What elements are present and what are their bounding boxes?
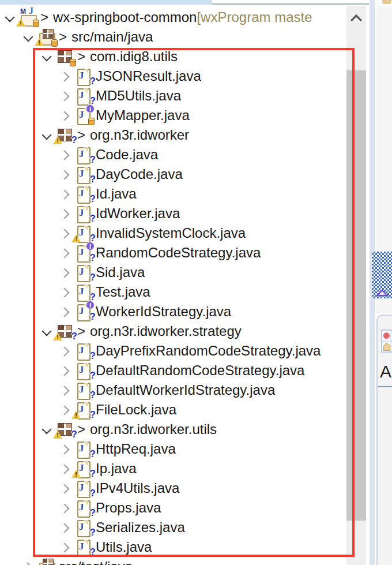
chevron-collapsed-icon[interactable] <box>59 400 71 420</box>
tree-item-label[interactable]: Id.java <box>96 186 137 202</box>
editor-tab-label[interactable]: Ap <box>380 362 392 381</box>
tree-row[interactable]: !? > org.n3r.idworker <box>0 125 369 145</box>
tree-row[interactable]: J ? HttpReq.java <box>0 439 369 459</box>
tree-row[interactable]: J ? Id.java <box>0 184 369 204</box>
tree-row[interactable]: J ? IdWorker.java <box>0 204 369 223</box>
tree-row[interactable]: J I? WorkerIdStrategy.java <box>0 302 369 321</box>
tree-item-label[interactable]: DefaultRandomCodeStrategy.java <box>96 362 304 379</box>
chevron-collapsed-icon[interactable] <box>59 537 71 557</box>
chevron-expanded-icon[interactable] <box>3 8 16 27</box>
icon-glyph: J <box>79 502 84 513</box>
tree-row[interactable]: M J ! > wx-springboot-common [wxProgram … <box>0 8 369 27</box>
tree-row[interactable]: > com.idig8.utils <box>0 47 369 66</box>
tree-item-label[interactable]: src/test/java <box>59 559 133 565</box>
tree-item-label[interactable]: HttpReq.java <box>96 441 176 457</box>
tree-item-label[interactable]: Props.java <box>96 500 161 516</box>
tree-row[interactable]: J ? DefaultRandomCodeStrategy.java <box>0 361 369 380</box>
chevron-collapsed-icon[interactable] <box>59 263 71 282</box>
triangle-marker-icon <box>375 289 389 297</box>
tree-item-label[interactable]: org.n3r.idworker.strategy <box>90 323 242 339</box>
chevron-collapsed-icon[interactable] <box>22 557 35 565</box>
tree-item-label[interactable]: src/main/java <box>71 29 153 45</box>
scrollbar-up-arrow-icon[interactable] <box>346 9 366 25</box>
chevron-collapsed-icon[interactable] <box>59 184 71 204</box>
tree-item-label[interactable]: Code.java <box>96 147 158 163</box>
tree-row[interactable]: J ? Sid.java <box>0 263 369 282</box>
tree-row[interactable]: J I? RandomCodeStrategy.java <box>0 243 369 263</box>
chevron-collapsed-icon[interactable] <box>59 380 71 400</box>
tree-row[interactable]: J ? MD5Utils.java <box>0 86 369 106</box>
chevron-collapsed-icon[interactable] <box>59 223 71 243</box>
tree-row[interactable]: J ? DefaultWorkerIdStrategy.java <box>0 380 369 400</box>
icon-glyph: J <box>79 109 84 121</box>
tree-row[interactable]: J ? Props.java <box>0 498 369 518</box>
tree-item-label[interactable]: DayCode.java <box>96 166 183 182</box>
tree-row[interactable]: J ? IPv4Utils.java <box>0 478 369 498</box>
tree-item-label[interactable]: Utils.java <box>96 539 152 555</box>
tree-row[interactable]: J !? Ip.java <box>0 459 369 478</box>
tree-item-label[interactable]: IPv4Utils.java <box>96 480 179 496</box>
chevron-collapsed-icon[interactable] <box>59 204 71 223</box>
scrollbar-thumb[interactable] <box>346 70 366 521</box>
question-overlay-icon: ? <box>90 213 96 224</box>
chevron-expanded-icon[interactable] <box>22 27 35 47</box>
tree-item-label[interactable]: MD5Utils.java <box>96 88 181 104</box>
tree-row[interactable]: J !? FileLock.java <box>0 400 369 420</box>
chevron-collapsed-icon[interactable] <box>59 302 71 321</box>
chevron-collapsed-icon[interactable] <box>59 498 71 518</box>
chevron-collapsed-icon[interactable] <box>59 439 71 459</box>
tree-item-label[interactable]: Serializes.java <box>96 519 185 536</box>
tree-item-label[interactable]: org.n3r.idworker.utils <box>90 421 217 437</box>
tree-item-label[interactable]: DefaultWorkerIdStrategy.java <box>96 382 275 398</box>
chevron-collapsed-icon[interactable] <box>59 86 71 106</box>
chevron-collapsed-icon[interactable] <box>59 361 71 380</box>
chevron-expanded-icon[interactable] <box>40 125 53 145</box>
tree-item-label[interactable]: com.idig8.utils <box>90 48 178 65</box>
tree-row[interactable]: ! > src/main/java <box>0 27 369 47</box>
chevron-collapsed-icon[interactable] <box>59 518 71 537</box>
tree-row[interactable]: J ? Utils.java <box>0 537 369 557</box>
barrel-overlay-icon <box>33 20 39 27</box>
tree-row[interactable]: J ? DayCode.java <box>0 164 369 184</box>
chevron-collapsed-icon[interactable] <box>59 459 71 478</box>
tree-item-label[interactable]: IdWorker.java <box>96 205 180 222</box>
tree-item-label[interactable]: org.n3r.idworker <box>90 127 189 143</box>
chevron-expanded-icon[interactable] <box>40 321 53 341</box>
chevron-collapsed-icon[interactable] <box>59 341 71 361</box>
vertical-scrollbar[interactable] <box>346 6 366 565</box>
tree-row[interactable]: J ? Serializes.java <box>0 518 369 537</box>
chevron-collapsed-icon[interactable] <box>59 243 71 263</box>
chevron-expanded-icon[interactable] <box>40 420 53 439</box>
question-overlay-icon: ? <box>90 252 96 264</box>
tree-item-label[interactable]: JSONResult.java <box>96 68 201 84</box>
chevron-collapsed-icon[interactable] <box>59 282 71 302</box>
tree-item-label[interactable]: wx-springboot-common <box>53 9 197 25</box>
tree-item-label[interactable]: MyMapper.java <box>96 107 190 124</box>
question-overlay-icon: ? <box>90 468 96 480</box>
tree-item-label[interactable]: Sid.java <box>96 264 145 280</box>
tree-row[interactable]: J ? JSONResult.java <box>0 66 369 86</box>
tree-row[interactable]: src/test/java <box>0 557 369 565</box>
tree-item-label[interactable]: DayPrefixRandomCodeStrategy.java <box>96 343 321 359</box>
tree-row[interactable]: J ? Code.java <box>0 145 369 164</box>
tree-item-label[interactable]: FileLock.java <box>96 402 176 418</box>
tree-item-label[interactable]: WorkerIdStrategy.java <box>96 304 231 320</box>
git-changed-marker: > <box>77 323 85 339</box>
chevron-collapsed-icon[interactable] <box>59 145 71 164</box>
tree-row[interactable]: J ? DayPrefixRandomCodeStrategy.java <box>0 341 369 361</box>
tree-item-label[interactable]: InvalidSystemClock.java <box>96 225 246 241</box>
tree-row[interactable]: J I MyMapper.java <box>0 106 369 125</box>
java-file-icon: J ? <box>76 343 91 359</box>
chevron-collapsed-icon[interactable] <box>59 66 71 86</box>
tree-row[interactable]: !? > org.n3r.idworker.strategy <box>0 321 369 341</box>
tree-row[interactable]: J ? Test.java <box>0 282 369 302</box>
chevron-collapsed-icon[interactable] <box>59 106 71 125</box>
chevron-collapsed-icon[interactable] <box>59 478 71 498</box>
chevron-collapsed-icon[interactable] <box>59 164 71 184</box>
tree-row[interactable]: J !? InvalidSystemClock.java <box>0 223 369 243</box>
tree-item-label[interactable]: Ip.java <box>96 461 137 477</box>
tree-item-label[interactable]: Test.java <box>96 284 150 300</box>
tree-row[interactable]: !? > org.n3r.idworker.utils <box>0 420 369 439</box>
chevron-expanded-icon[interactable] <box>40 47 53 66</box>
tree-item-label[interactable]: RandomCodeStrategy.java <box>96 245 261 261</box>
